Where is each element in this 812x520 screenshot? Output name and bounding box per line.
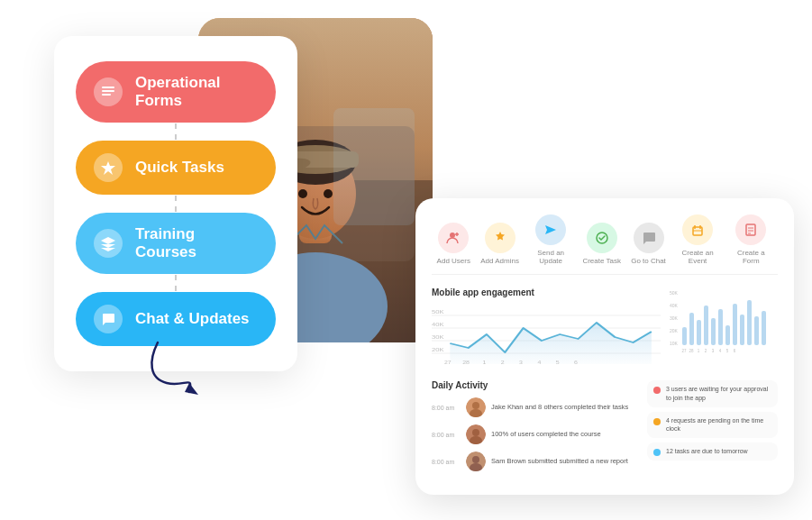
gap-1 — [76, 123, 276, 141]
svg-rect-57 — [689, 313, 694, 345]
svg-point-23 — [450, 233, 455, 238]
svg-point-4 — [106, 239, 110, 242]
svg-rect-58 — [697, 320, 701, 345]
svg-point-5 — [105, 317, 106, 319]
qa-add-admins[interactable]: Add Admins — [480, 223, 519, 265]
svg-rect-21 — [333, 108, 415, 225]
daily-activity-section: Daily Activity 8:00 am Jake Khan and 8 o… — [432, 380, 778, 479]
operational-forms-icon — [94, 78, 123, 106]
activity-time-3: 8:00 am — [432, 459, 461, 465]
chat-updates-icon — [94, 305, 123, 333]
go-to-chat-icon — [634, 223, 664, 253]
svg-rect-65 — [747, 300, 752, 345]
activity-text-3: Sam Brown submitted submitted a new repo… — [491, 457, 628, 466]
svg-rect-62 — [725, 325, 730, 345]
arrow-decoration — [140, 333, 248, 406]
svg-rect-61 — [718, 309, 723, 345]
feature-cards-panel: Operational Forms Quick Tasks Trainin — [54, 36, 297, 371]
qa-go-to-chat-label: Go to Chat — [631, 257, 666, 265]
svg-text:10K: 10K — [670, 341, 679, 346]
svg-point-80 — [472, 429, 479, 436]
svg-point-18 — [298, 189, 307, 198]
activity-item-3: 8:00 am Sam Brown submitted submitted a … — [432, 452, 638, 471]
svg-text:5: 5 — [556, 360, 560, 365]
training-courses-label: Training Courses — [135, 225, 258, 261]
svg-text:3: 3 — [712, 349, 715, 353]
svg-marker-3 — [101, 161, 115, 175]
svg-text:50K: 50K — [432, 309, 444, 315]
svg-text:27: 27 — [444, 360, 452, 365]
svg-text:27: 27 — [681, 349, 687, 353]
svg-text:4: 4 — [537, 360, 541, 365]
quick-tasks-label: Quick Tasks — [135, 159, 224, 177]
activity-feed: Daily Activity 8:00 am Jake Khan and 8 o… — [432, 380, 638, 479]
svg-text:40K: 40K — [670, 303, 679, 308]
qa-create-task[interactable]: Create Task — [582, 223, 621, 265]
svg-text:6: 6 — [734, 349, 736, 353]
svg-text:2: 2 — [501, 360, 505, 365]
svg-text:3: 3 — [519, 360, 523, 365]
svg-rect-60 — [711, 318, 716, 345]
send-update-icon — [535, 214, 566, 245]
quick-actions-row: Add Users Add Admins Send an Update Crea… — [432, 214, 778, 275]
qa-send-update-label: Send an Update — [529, 249, 572, 265]
notif-text-2: 4 requests are pending on the time clock — [666, 416, 771, 434]
qa-send-update[interactable]: Send an Update — [529, 214, 572, 265]
svg-text:28: 28 — [689, 349, 694, 353]
activity-item-2: 8:00 am 100% of users completed the cour… — [432, 424, 638, 444]
svg-text:1: 1 — [698, 349, 700, 353]
svg-rect-1 — [102, 90, 114, 92]
gap-2 — [76, 195, 276, 213]
avatar-1 — [466, 397, 486, 417]
dashboard-panel: Add Users Add Admins Send an Update Crea… — [415, 198, 794, 495]
training-courses-icon — [94, 229, 123, 258]
svg-rect-0 — [102, 87, 114, 88]
svg-text:28: 28 — [462, 360, 470, 365]
svg-text:20K: 20K — [670, 328, 679, 333]
svg-rect-66 — [754, 316, 759, 345]
chart-title: Mobile app engagement — [432, 287, 661, 297]
chart-section: Mobile app engagement 50K 4 — [432, 287, 778, 369]
svg-text:30K: 30K — [432, 334, 444, 340]
svg-rect-64 — [740, 315, 744, 345]
svg-point-83 — [472, 456, 479, 463]
gap-3 — [76, 274, 276, 292]
qa-create-event-label: Create an Event — [676, 249, 719, 265]
add-users-icon — [438, 223, 469, 253]
card-quick-tasks[interactable]: Quick Tasks — [76, 141, 276, 195]
notif-text-3: 12 tasks are due to tomorrow — [666, 447, 748, 456]
svg-text:4: 4 — [719, 349, 722, 353]
create-task-icon — [587, 223, 617, 253]
create-form-icon — [735, 214, 766, 245]
notif-dot-3 — [653, 449, 661, 456]
activity-item-1: 8:00 am Jake Khan and 8 others completed… — [432, 397, 638, 417]
qa-create-task-label: Create Task — [582, 257, 621, 265]
quick-tasks-icon — [94, 153, 123, 182]
activity-time-1: 8:00 am — [432, 405, 461, 411]
main-container: Operational Forms Quick Tasks Trainin — [0, 0, 812, 520]
qa-create-form[interactable]: Create a Form — [729, 214, 772, 265]
add-admins-icon — [485, 223, 515, 253]
svg-text:6: 6 — [574, 360, 578, 365]
qa-create-event[interactable]: Create an Event — [676, 214, 719, 265]
activity-text-2: 100% of users completed the course — [491, 430, 601, 439]
notification-3: 12 tasks are due to tomorrow — [647, 442, 778, 461]
svg-marker-22 — [185, 383, 198, 395]
svg-rect-2 — [102, 94, 111, 96]
card-training-courses[interactable]: Training Courses — [76, 213, 276, 274]
qa-add-users[interactable]: Add Users — [437, 223, 470, 265]
svg-text:40K: 40K — [432, 322, 444, 327]
notification-1: 3 users are waiting for your approval to… — [647, 380, 778, 407]
activity-text-1: Jake Khan and 8 others completed their t… — [491, 403, 628, 412]
svg-rect-59 — [704, 306, 708, 345]
svg-text:50K: 50K — [670, 290, 679, 296]
qa-create-form-label: Create a Form — [729, 249, 772, 265]
avatar-2 — [466, 424, 486, 444]
qa-go-to-chat[interactable]: Go to Chat — [631, 223, 666, 265]
svg-text:20K: 20K — [432, 347, 444, 352]
svg-rect-67 — [762, 311, 766, 345]
qa-add-users-label: Add Users — [437, 257, 470, 265]
svg-text:5: 5 — [726, 349, 729, 353]
card-operational-forms[interactable]: Operational Forms — [76, 61, 276, 123]
svg-point-6 — [107, 317, 109, 319]
